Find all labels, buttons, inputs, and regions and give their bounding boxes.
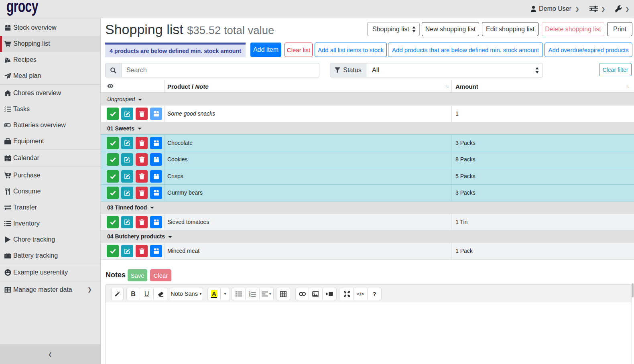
svg-text:3: 3 [249,295,250,297]
